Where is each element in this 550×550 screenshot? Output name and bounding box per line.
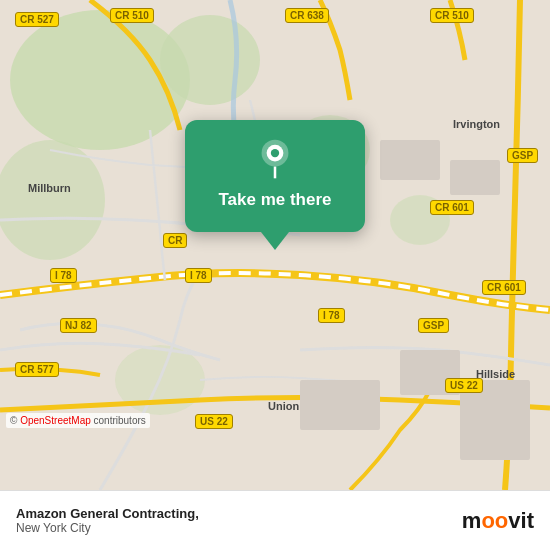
navigation-popup[interactable]: Take me there: [185, 120, 365, 232]
pin-icon: [254, 138, 296, 180]
road-label-us22: US 22: [195, 414, 233, 429]
city-label-millburn: Millburn: [28, 182, 71, 194]
road-label-us22-r: US 22: [445, 378, 483, 393]
road-label-i78-mid: I 78: [185, 268, 212, 283]
svg-rect-8: [450, 160, 500, 195]
road-label-cr601: CR 601: [430, 200, 474, 215]
attribution-text: contributors: [94, 415, 146, 426]
svg-point-14: [271, 149, 279, 157]
road-label-cr601-r: CR 601: [482, 280, 526, 295]
road-label-cr510-tr: CR 510: [430, 8, 474, 23]
location-info: Amazon General Contracting, New York Cit…: [16, 506, 199, 535]
location-city: New York City: [16, 521, 199, 535]
city-label-hillside: Hillside: [476, 368, 515, 380]
road-label-cr527: CR 527: [15, 12, 59, 27]
road-label-gsp-mid: GSP: [418, 318, 449, 333]
city-label-irvington: Irvington: [453, 118, 500, 130]
road-label-cr-mid: CR: [163, 233, 187, 248]
take-me-there-button[interactable]: Take me there: [218, 190, 331, 210]
svg-rect-9: [300, 380, 380, 430]
moovit-text: moovit: [462, 508, 534, 534]
road-label-cr510-tl: CR 510: [110, 8, 154, 23]
copyright-symbol: ©: [10, 415, 17, 426]
road-label-cr638: CR 638: [285, 8, 329, 23]
map-attribution: © OpenStreetMap contributors: [6, 413, 150, 428]
road-label-i78-left: I 78: [50, 268, 77, 283]
road-label-cr577: CR 577: [15, 362, 59, 377]
road-label-gsp-top: GSP: [507, 148, 538, 163]
map-container: CR 510 CR 510 CR 638 CR 527 GSP CR 601 C…: [0, 0, 550, 490]
city-label-union: Union: [268, 400, 299, 412]
road-label-nj82: NJ 82: [60, 318, 97, 333]
osm-link[interactable]: OpenStreetMap: [20, 415, 91, 426]
svg-point-2: [160, 15, 260, 105]
moovit-logo: moovit: [462, 508, 534, 534]
svg-rect-7: [380, 140, 440, 180]
road-label-i78-right: I 78: [318, 308, 345, 323]
bottom-bar: Amazon General Contracting, New York Cit…: [0, 490, 550, 550]
location-name: Amazon General Contracting,: [16, 506, 199, 521]
